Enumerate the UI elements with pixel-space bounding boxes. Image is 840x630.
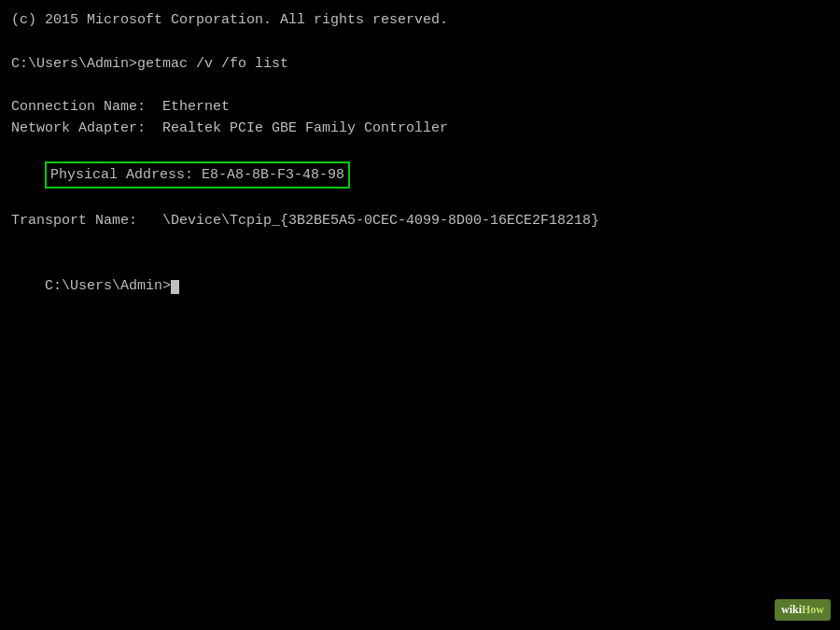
transport-name-line: Transport Name: \Device\Tcpip_{3B2BE5A5-… (11, 210, 829, 231)
copyright-line: (c) 2015 Microsoft Corporation. All righ… (11, 9, 829, 31)
connection-name-line: Connection Name: Ethernet (11, 96, 829, 118)
physical-address-line: Physical Address: E8-A8-8B-F3-48-98 (11, 140, 829, 211)
wikihow-badge: wikiHow (775, 599, 831, 621)
blank-line-2 (11, 75, 829, 96)
how-text: How (802, 603, 824, 616)
blank-line-3 (11, 232, 829, 254)
prompt-line: C:\Users\Admin> (11, 254, 829, 319)
command-line: C:\Users\Admin>getmac /v /fo list (11, 53, 829, 75)
blank-line-1 (11, 31, 829, 52)
prompt-text: C:\Users\Admin> (45, 278, 171, 294)
physical-address-highlight: Physical Address: E8-A8-8B-F3-48-98 (45, 161, 350, 189)
network-adapter-line: Network Adapter: Realtek PCIe GBE Family… (11, 118, 829, 139)
terminal-window: (c) 2015 Microsoft Corporation. All righ… (0, 0, 840, 630)
wiki-text: wiki (781, 603, 802, 616)
cursor (171, 280, 179, 294)
